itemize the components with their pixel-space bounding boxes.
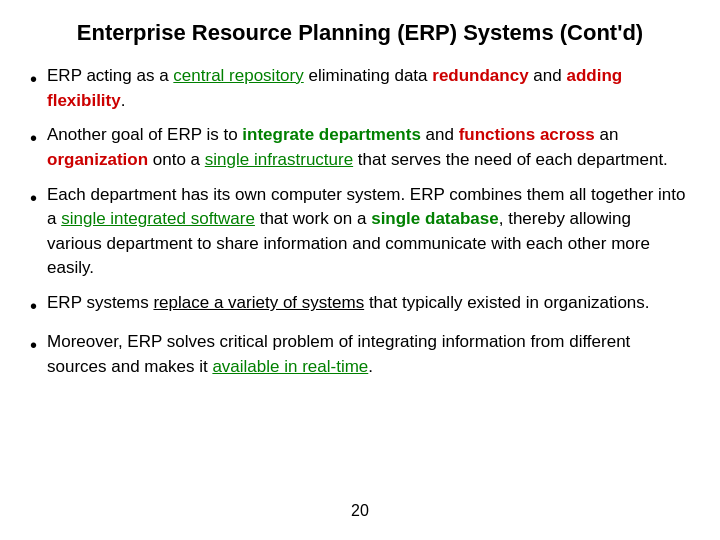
text-adding-flexibility: adding flexibility xyxy=(47,66,622,110)
text-integrate-departments: integrate departments xyxy=(242,125,421,144)
link-replace-variety: replace a variety of systems xyxy=(153,293,364,312)
bullet-text-3: Each department has its own computer sys… xyxy=(47,183,690,282)
bullet-text-5: Moreover, ERP solves critical problem of… xyxy=(47,330,690,379)
link-single-infrastructure: single infrastructure xyxy=(205,150,353,169)
text-redundancy: redundancy xyxy=(432,66,528,85)
link-available-realtime: available in real-time xyxy=(212,357,368,376)
link-single-integrated-software: single integrated software xyxy=(61,209,255,228)
bullet-item-4: • ERP systems replace a variety of syste… xyxy=(30,291,690,320)
text-single-database: single database xyxy=(371,209,499,228)
link-central-repository: central repository xyxy=(173,66,303,85)
bullet-item-2: • Another goal of ERP is to integrate de… xyxy=(30,123,690,172)
slide-content: • ERP acting as a central repository eli… xyxy=(30,64,690,498)
bullet-dot-4: • xyxy=(30,292,37,320)
bullet-dot-1: • xyxy=(30,65,37,93)
bullet-item-1: • ERP acting as a central repository eli… xyxy=(30,64,690,113)
bullet-item-5: • Moreover, ERP solves critical problem … xyxy=(30,330,690,379)
page-number: 20 xyxy=(30,502,690,520)
bullet-dot-2: • xyxy=(30,124,37,152)
bullet-text-4: ERP systems replace a variety of systems… xyxy=(47,291,650,316)
slide-title: Enterprise Resource Planning (ERP) Syste… xyxy=(30,20,690,46)
bullet-text-2: Another goal of ERP is to integrate depa… xyxy=(47,123,690,172)
text-functions-across: functions across xyxy=(459,125,595,144)
bullet-dot-3: • xyxy=(30,184,37,212)
bullet-item-3: • Each department has its own computer s… xyxy=(30,183,690,282)
slide-container: Enterprise Resource Planning (ERP) Syste… xyxy=(0,0,720,540)
bullet-text-1: ERP acting as a central repository elimi… xyxy=(47,64,690,113)
text-organization: organization xyxy=(47,150,148,169)
bullet-dot-5: • xyxy=(30,331,37,359)
